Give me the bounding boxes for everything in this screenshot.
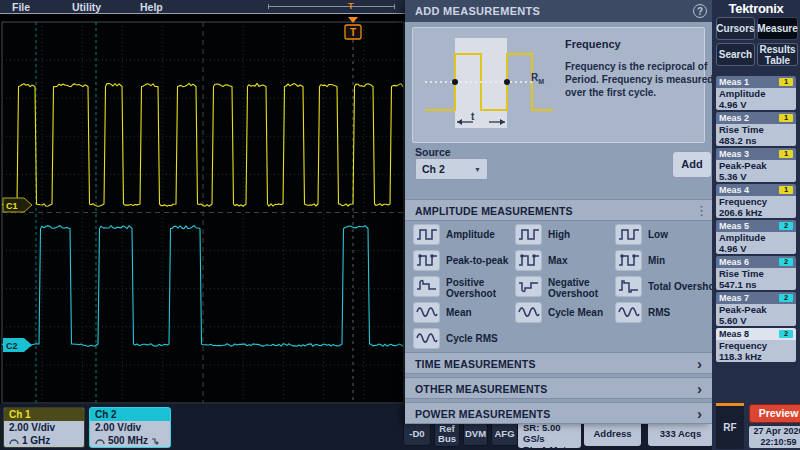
- bandwidth-limit-icon: [151, 437, 160, 445]
- measurement-tile-negativeovershoot[interactable]: [515, 276, 542, 297]
- overshoot-negative-icon: [518, 279, 540, 294]
- right-sidebar: Tektronix CursorsMeasureSearchResults Ta…: [712, 0, 800, 450]
- menu-file[interactable]: File: [12, 0, 30, 14]
- meas-block-2[interactable]: Meas 21Rise Time483.2 ns: [716, 112, 796, 146]
- address-panel[interactable]: Address: [584, 422, 641, 446]
- channel-badge: 2: [779, 222, 793, 230]
- rf-button[interactable]: RF: [716, 403, 744, 449]
- meas-body: Peak-Peak5.60 V: [716, 304, 796, 326]
- sidebar-button-cursors[interactable]: Cursors: [716, 17, 755, 40]
- sample-rate: SR: 5.00 GS/s: [523, 422, 581, 444]
- meas-type: Frequency: [719, 340, 793, 351]
- chevron-right-icon: ›: [697, 378, 702, 399]
- sidebar-button-results-table[interactable]: Results Table: [757, 43, 798, 66]
- channel-badge: 1: [779, 150, 793, 158]
- channel-1-scale: 2.00 V/div: [4, 421, 84, 434]
- measurement-tile-positiveovershoot[interactable]: [413, 276, 440, 297]
- meas-title: Meas 72: [716, 292, 796, 304]
- sine-icon: [416, 331, 438, 346]
- add-button[interactable]: Add: [672, 151, 712, 178]
- measurement-tile-cycle-mean[interactable]: [515, 302, 542, 323]
- section-time-measurements[interactable]: TIME MEASUREMENTS›: [405, 352, 712, 374]
- meas-block-1[interactable]: Meas 11Amplitude4.96 V: [716, 76, 796, 110]
- meas-value: 4.96 V: [719, 99, 793, 110]
- pulse-dot-icon: [518, 253, 540, 268]
- meas-value: 4.96 V: [719, 243, 793, 254]
- measurement-tile-min[interactable]: [615, 250, 642, 271]
- meas-body: Rise Time483.2 ns: [716, 124, 796, 146]
- time: 22:10:59: [749, 437, 800, 448]
- channel-1-badge[interactable]: Ch 1 2.00 V/div 1 GHz: [3, 407, 85, 448]
- menu-bar: File Utility Help T: [0, 0, 405, 14]
- channel-badge: 1: [779, 186, 793, 194]
- coupling-icon: [9, 438, 19, 445]
- meas-block-6[interactable]: Meas 62Rise Time547.1 ns: [716, 256, 796, 290]
- chevron-down-icon: ▼: [474, 160, 481, 180]
- channel-2-bandwidth: 500 MHz: [108, 434, 148, 448]
- channel-badge: 2: [779, 330, 793, 338]
- channel-1-reference-label: C1: [6, 201, 18, 211]
- preview-button[interactable]: Preview: [749, 404, 800, 423]
- menu-help[interactable]: Help: [140, 0, 163, 14]
- measurement-tile-low[interactable]: [615, 224, 642, 245]
- meas-block-8[interactable]: Meas 82Frequency118.3 kHz: [716, 328, 796, 362]
- measurement-tile-max[interactable]: [515, 250, 542, 271]
- meas-body: Peak-Peak5.36 V: [716, 160, 796, 182]
- measurement-tile-rms[interactable]: [615, 302, 642, 323]
- meas-type: Amplitude: [719, 232, 793, 243]
- sine-icon: [518, 305, 540, 320]
- sidebar-button-measure[interactable]: Measure: [757, 17, 798, 40]
- channel-badge: 2: [779, 294, 793, 302]
- meas-title: Meas 11: [716, 76, 796, 88]
- meas-block-7[interactable]: Meas 72Peak-Peak5.60 V: [716, 292, 796, 326]
- channel-2-reference-label: C2: [6, 341, 18, 351]
- channel-2-scale: 2.00 V/div: [90, 421, 170, 434]
- channel-1-bandwidth: 1 GHz: [22, 434, 50, 448]
- measurement-tile-cycle-rms[interactable]: [413, 328, 440, 349]
- meas-body: Rise Time547.1 ns: [716, 268, 796, 290]
- meas-block-4[interactable]: Meas 41Frequency206.6 kHz: [716, 184, 796, 218]
- sidebar-button-search[interactable]: Search: [716, 43, 755, 66]
- panel-title: ADD MEASUREMENTS: [415, 0, 540, 22]
- meas-title: Meas 41: [716, 184, 796, 196]
- graticule: C1C2T: [0, 14, 405, 450]
- meas-title: Meas 62: [716, 256, 796, 268]
- measurement-tile-amplitude[interactable]: [413, 224, 440, 245]
- record-length: RL: 1 Mpts: [523, 444, 581, 450]
- measurement-tile-high[interactable]: [515, 224, 542, 245]
- measurement-tile-peak-to-peak[interactable]: [413, 250, 440, 271]
- menu-utility[interactable]: Utility: [72, 0, 101, 14]
- section-label: POWER MEASUREMENTS: [415, 403, 550, 425]
- meas-type: Peak-Peak: [719, 160, 793, 171]
- measurement-tile-total-overshoot[interactable]: [615, 276, 642, 297]
- pulse-icon: [618, 227, 640, 242]
- section-other-measurements[interactable]: OTHER MEASUREMENTS›: [405, 377, 712, 399]
- meas-title: Meas 31: [716, 148, 796, 160]
- panel-header: ADD MEASUREMENTS ?: [405, 0, 712, 22]
- section-power-measurements[interactable]: POWER MEASUREMENTS›: [405, 402, 712, 424]
- source-select[interactable]: Ch 2 ▼: [415, 158, 488, 180]
- meas-value: 118.3 kHz: [719, 351, 793, 362]
- record-view-bar: [268, 6, 395, 7]
- meas-block-3[interactable]: Meas 31Peak-Peak5.36 V: [716, 148, 796, 182]
- measurement-tile-label[interactable]: Cycle RMS: [446, 333, 542, 344]
- overshoot-total-icon: [618, 279, 640, 294]
- channel-2-badge[interactable]: Ch 2 2.00 V/div 500 MHz: [89, 407, 171, 448]
- meas-value: 5.36 V: [719, 171, 793, 182]
- meas-value: 547.1 ns: [719, 279, 793, 290]
- drag-handle-icon[interactable]: ⋮: [695, 202, 708, 220]
- meas-type: Amplitude: [719, 88, 793, 99]
- waveform-display[interactable]: C1C2T: [0, 14, 405, 450]
- meas-block-5[interactable]: Meas 52Amplitude4.96 V: [716, 220, 796, 254]
- section-amplitude-measurements[interactable]: AMPLITUDE MEASUREMENTS ⋮: [405, 199, 712, 221]
- datetime-display: 27 Apr 2020 22:10:59: [749, 426, 800, 448]
- record-trigger-marker[interactable]: T: [348, 0, 354, 13]
- chevron-right-icon: ›: [697, 403, 702, 424]
- measurement-tile-mean[interactable]: [413, 302, 440, 323]
- channel-1-name: Ch 1: [4, 408, 84, 421]
- meas-body: Frequency118.3 kHz: [716, 340, 796, 362]
- acquisitions-count[interactable]: 333 Acqs: [648, 422, 713, 446]
- help-icon[interactable]: ?: [693, 4, 707, 18]
- meas-value: 483.2 ns: [719, 135, 793, 146]
- section-label: TIME MEASUREMENTS: [415, 353, 536, 375]
